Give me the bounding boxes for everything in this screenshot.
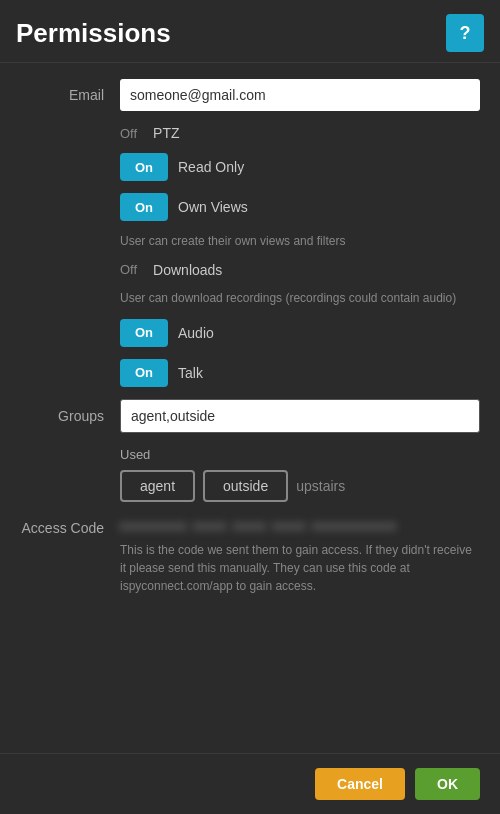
ptz-state-label: Off [120,126,137,141]
ptz-row: Off PTZ [120,125,480,141]
ptz-label: PTZ [153,125,179,141]
cancel-button[interactable]: Cancel [315,768,405,800]
read-only-row: On Read Only [120,153,480,181]
audio-label: Audio [178,325,214,341]
ptz-section: Off PTZ [120,125,480,141]
groups-row: Groups [20,399,480,433]
downloads-state-label: Off [120,262,137,277]
email-row: Email [20,79,480,111]
groups-input[interactable] [120,399,480,433]
audio-row: On Audio [120,319,480,347]
downloads-description: User can download recordings (recordings… [120,290,480,307]
groups-label: Groups [20,408,120,424]
ok-button[interactable]: OK [415,768,480,800]
access-code-description: This is the code we sent them to gain ac… [120,541,480,595]
header: Permissions ? [0,0,500,63]
own-views-description: User can create their own views and filt… [120,233,480,250]
talk-toggle[interactable]: On [120,359,168,387]
tags-row: agent outside upstairs [120,470,480,502]
access-code-content: xxxxxxxx xxxx xxxx xxxx xxxxxxxxxx This … [120,518,480,595]
own-views-toggle[interactable]: On [120,193,168,221]
footer: Cancel OK [0,753,500,814]
audio-toggle[interactable]: On [120,319,168,347]
downloads-label: Downloads [153,262,222,278]
own-views-section: On Own Views User can create their own v… [120,193,480,250]
help-button[interactable]: ? [446,14,484,52]
own-views-row: On Own Views [120,193,480,221]
email-label: Email [20,87,120,103]
used-section: Used agent outside upstairs [120,447,480,502]
access-code-label: Access Code [20,518,120,536]
access-code-row: Access Code xxxxxxxx xxxx xxxx xxxx xxxx… [20,518,480,595]
email-input[interactable] [120,79,480,111]
read-only-toggle[interactable]: On [120,153,168,181]
talk-section: On Talk [120,359,480,387]
read-only-section: On Read Only [120,153,480,181]
downloads-section: Off Downloads User can download recordin… [120,262,480,307]
tag-agent[interactable]: agent [120,470,195,502]
tag-outside[interactable]: outside [203,470,288,502]
tag-extra: upstairs [296,478,345,494]
access-code-value: xxxxxxxx xxxx xxxx xxxx xxxxxxxxxx [120,518,480,533]
page-title: Permissions [16,18,171,49]
own-views-label: Own Views [178,199,248,215]
audio-section: On Audio [120,319,480,347]
downloads-row: Off Downloads [120,262,480,278]
talk-label: Talk [178,365,203,381]
talk-row: On Talk [120,359,480,387]
used-label: Used [120,447,480,462]
content: Email Off PTZ On Read Only On Own Views … [0,63,500,621]
read-only-label: Read Only [178,159,244,175]
